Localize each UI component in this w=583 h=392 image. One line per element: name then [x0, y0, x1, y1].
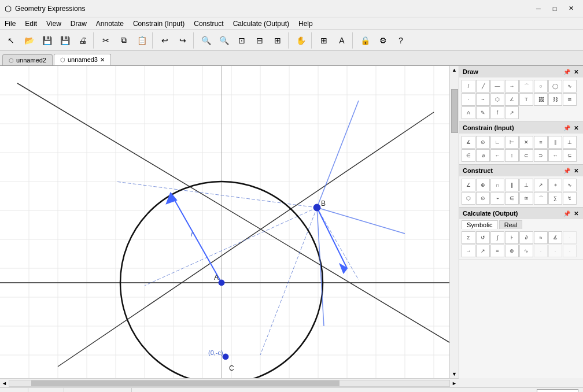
draw-icon-13[interactable]: T	[519, 93, 533, 106]
constrain-icon-13[interactable]: ⊂	[519, 149, 533, 162]
calculate-icon-5[interactable]: ∂	[519, 231, 533, 244]
draw-icon-11[interactable]: ⬡	[490, 93, 504, 106]
draw-icon-7[interactable]: ◯	[548, 80, 562, 93]
calculate-icon-3[interactable]: ∫	[490, 231, 504, 244]
menu-item-help[interactable]: Help	[294, 17, 318, 29]
constrain-icon-14[interactable]: ⊃	[534, 149, 548, 162]
construct-icon-15[interactable]: ∑	[548, 192, 562, 205]
constrain-icon-8[interactable]: ⊥	[563, 136, 577, 149]
cut-btn[interactable]: ✂	[97, 32, 115, 49]
construct-icon-10[interactable]: ⊙	[476, 192, 490, 205]
hscroll-track[interactable]	[9, 380, 450, 387]
menu-item-construct[interactable]: Construct	[189, 17, 228, 29]
calculate-icon-12[interactable]: ⊗	[505, 245, 519, 257]
open-btn[interactable]: 💾	[38, 32, 56, 49]
draw-icon-14[interactable]: 🖼	[534, 93, 548, 106]
redo-btn[interactable]: ↪	[174, 32, 191, 49]
constrain-panel-close[interactable]: ✕	[573, 125, 580, 131]
scroll-right-button[interactable]: ►	[450, 379, 459, 387]
draw-icon-17[interactable]: A	[462, 106, 475, 119]
construct-icon-2[interactable]: ⊕	[476, 179, 490, 191]
construct-panel-pin[interactable]: 📌	[562, 168, 571, 174]
calculate-icon-6[interactable]: ≈	[534, 231, 548, 244]
scroll-thumb[interactable]	[451, 89, 458, 134]
menu-item-draw[interactable]: Draw	[66, 17, 91, 29]
tab-unnamed3[interactable]: ⬡unnamed3✕	[54, 54, 111, 65]
horizontal-scrollbar[interactable]: ◄ ►	[0, 378, 459, 387]
construct-icon-5[interactable]: ⊥	[519, 179, 533, 191]
constrain-icon-16[interactable]: ⊆	[563, 149, 577, 162]
construct-icon-4[interactable]: ∥	[505, 179, 519, 191]
calculate-icon-14[interactable]: ·	[534, 245, 548, 257]
calculate-panel-pin[interactable]: 📌	[562, 210, 571, 217]
grid-btn[interactable]: ⊞	[315, 32, 333, 49]
constrain-panel-pin[interactable]: 📌	[562, 125, 571, 131]
draw-icon-8[interactable]: ∿	[563, 80, 577, 93]
zoom-area-btn[interactable]: ⊞	[269, 32, 286, 49]
draw-icon-19[interactable]: f	[490, 106, 504, 119]
draw-icon-20[interactable]: ↗	[505, 106, 519, 119]
angle-unit-dropdown[interactable]: Radians Degrees	[537, 389, 578, 393]
draw-panel-pin[interactable]: 📌	[562, 69, 571, 75]
scroll-down-button[interactable]: ▼	[451, 370, 458, 378]
tab-real[interactable]: Real	[499, 220, 523, 229]
settings-btn[interactable]: ⚙	[374, 32, 392, 49]
paste-btn[interactable]: 📋	[133, 32, 150, 49]
constrain-icon-12[interactable]: ↕	[505, 149, 519, 162]
draw-icon-2[interactable]: ╱	[476, 80, 490, 93]
construct-icon-1[interactable]: ∠	[462, 179, 475, 191]
lock-btn[interactable]: 🔒	[356, 32, 374, 49]
construct-icon-11[interactable]: ⌁	[490, 192, 504, 205]
construct-icon-8[interactable]: ∿	[563, 179, 577, 191]
vertical-scrollbar[interactable]: ▲ ▼	[449, 66, 459, 378]
print-btn[interactable]: 🖨	[74, 32, 91, 49]
constrain-icon-10[interactable]: ⌀	[476, 149, 490, 162]
minimize-button[interactable]: ─	[531, 3, 546, 14]
copy-btn[interactable]: ⧉	[115, 32, 132, 49]
tab-symbolic[interactable]: Symbolic	[462, 220, 498, 229]
constrain-icon-1[interactable]: ∡	[462, 136, 475, 149]
calculate-icon-4[interactable]: ⊦	[505, 231, 519, 244]
undo-btn[interactable]: ↩	[156, 32, 174, 49]
construct-icon-7[interactable]: ⌖	[548, 179, 562, 191]
construct-icon-16[interactable]: ↯	[563, 192, 577, 205]
calculate-icon-13[interactable]: ∿	[519, 245, 533, 257]
constrain-icon-9[interactable]: ∈	[462, 149, 475, 162]
draw-icon-10[interactable]: ~	[476, 93, 490, 106]
close-button[interactable]: ✕	[563, 3, 578, 14]
constrain-icon-4[interactable]: ⊢	[505, 136, 519, 149]
draw-icon-12[interactable]: ∠	[505, 93, 519, 106]
select-tool[interactable]: ↖	[2, 32, 20, 49]
constrain-icon-15[interactable]: ↔	[548, 149, 562, 162]
calculate-panel-close[interactable]: ✕	[573, 210, 580, 217]
constrain-icon-3[interactable]: ∟	[490, 136, 504, 149]
calculate-icon-7[interactable]: ∡	[548, 231, 562, 244]
draw-icon-5[interactable]: ⌒	[519, 80, 533, 93]
tab-unnamed2[interactable]: ⬡unnamed2	[2, 54, 53, 65]
calculate-icon-1[interactable]: Σ	[462, 231, 475, 244]
menu-item-edit[interactable]: Edit	[20, 17, 42, 29]
constrain-icon-11[interactable]: ←	[490, 149, 504, 162]
construct-icon-14[interactable]: ⌒	[534, 192, 548, 205]
draw-icon-6[interactable]: ○	[534, 80, 548, 93]
calculate-icon-8[interactable]: ·	[563, 231, 577, 244]
draw-icon-18[interactable]: ✎	[476, 106, 490, 119]
tab-close-btn[interactable]: ✕	[100, 57, 105, 63]
construct-panel-close[interactable]: ✕	[573, 168, 580, 174]
calculate-icon-16[interactable]: ·	[563, 245, 577, 257]
menu-item-file[interactable]: File	[0, 17, 20, 29]
calculate-icon-10[interactable]: ↗	[476, 245, 490, 257]
construct-icon-6[interactable]: ↗	[534, 179, 548, 191]
text-btn[interactable]: A	[333, 32, 350, 49]
pan-btn[interactable]: ✋	[292, 32, 309, 49]
zoom-fit-btn[interactable]: ⊡	[233, 32, 250, 49]
constrain-icon-5[interactable]: ✕	[519, 136, 533, 149]
construct-icon-12[interactable]: ∈	[505, 192, 519, 205]
menu-item-view[interactable]: View	[42, 17, 66, 29]
save-btn[interactable]: 💾	[56, 32, 73, 49]
zoom-out2-btn[interactable]: ⊟	[251, 32, 268, 49]
construct-icon-13[interactable]: ≋	[519, 192, 533, 205]
canvas-area[interactable]: r A B C (0,-c) ▲ ▼	[0, 66, 459, 378]
zoom-in-btn[interactable]: 🔍	[197, 32, 215, 49]
construct-icon-9[interactable]: ⬡	[462, 192, 475, 205]
